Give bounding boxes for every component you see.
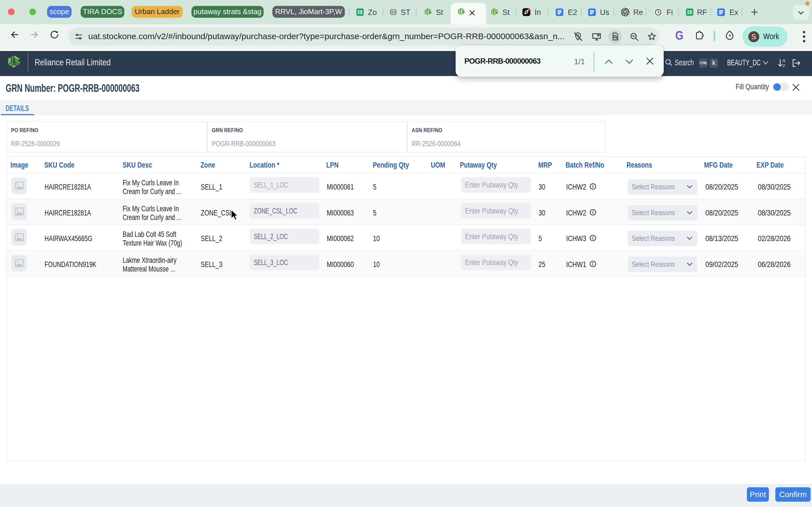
svg-text:Z: Z — [782, 63, 785, 68]
svg-text:A: A — [782, 58, 785, 63]
